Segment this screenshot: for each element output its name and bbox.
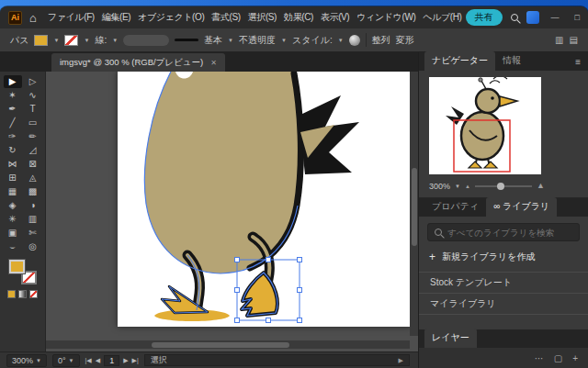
menu-view[interactable]: 表示(V) xyxy=(317,11,353,24)
slice-tool[interactable]: ✄ xyxy=(24,227,42,240)
layers-overflow-icon[interactable]: ⋯ xyxy=(535,353,544,363)
rectangle-tool[interactable]: ▭ xyxy=(24,117,42,129)
pen-tool[interactable]: ✒ xyxy=(4,103,22,116)
illustrator-app-icon[interactable]: Ai xyxy=(8,11,22,25)
brush-dropdown-icon[interactable]: ▼ xyxy=(228,38,233,43)
tab-info[interactable]: 情報 xyxy=(495,51,528,71)
stroke-weight-dropdown-icon[interactable]: ▼ xyxy=(112,38,118,43)
previous-artboard-icon[interactable]: ◀ xyxy=(96,357,100,364)
toolbar-fill-swatch[interactable] xyxy=(9,260,25,273)
horizontal-scrollbar[interactable] xyxy=(46,340,410,349)
gradient-tool[interactable]: ▩ xyxy=(24,185,42,198)
status-display[interactable]: 選択 ▶ xyxy=(144,354,410,366)
rotation-dropdown[interactable]: 0° ▼ xyxy=(52,354,80,367)
scale-tool[interactable]: ◿ xyxy=(24,144,42,157)
symbol-sprayer-tool[interactable]: ✳ xyxy=(4,213,22,226)
lasso-tool[interactable]: ∿ xyxy=(24,89,42,102)
share-button[interactable]: 共有 xyxy=(466,9,503,26)
panel-menu-icon[interactable]: ≡ xyxy=(575,57,581,67)
workspace-grid-icon-1[interactable]: ▥ xyxy=(555,35,563,45)
navigator-thumbnail[interactable] xyxy=(429,77,541,174)
menu-select[interactable]: 選択(S) xyxy=(244,11,280,24)
document-tab-close-icon[interactable]: ✕ xyxy=(210,59,217,67)
create-library-button[interactable]: + 新規ライブラリを作成 xyxy=(419,248,588,273)
tab-navigator[interactable]: ナビゲーター xyxy=(424,51,495,71)
next-artboard-icon[interactable]: ▶ xyxy=(123,357,128,364)
perspective-grid-tool[interactable]: ◬ xyxy=(24,172,42,184)
variable-width-field[interactable] xyxy=(123,35,169,46)
navigator-zoom-dropdown-icon[interactable]: ▼ xyxy=(455,184,460,189)
width-tool[interactable]: ⋈ xyxy=(4,158,22,171)
tab-layers[interactable]: レイヤー xyxy=(424,329,477,348)
vertical-scrollbar-thumb[interactable] xyxy=(412,168,417,246)
artboard-number-field[interactable]: 1 xyxy=(104,355,119,366)
type-tool[interactable]: T xyxy=(24,103,42,116)
navigator-zoom-value[interactable]: 300% xyxy=(429,182,450,191)
opacity-label[interactable]: 不透明度 xyxy=(239,34,276,47)
library-search-box[interactable] xyxy=(427,223,580,241)
fill-color-swatch[interactable] xyxy=(34,35,48,46)
blend-tool[interactable]: ◑ xyxy=(24,199,42,212)
zoom-in-mountain-icon[interactable]: ▲ xyxy=(537,182,545,190)
artboard[interactable] xyxy=(118,72,411,327)
navigator-zoom-slider-thumb[interactable] xyxy=(497,183,504,190)
line-segment-tool[interactable]: ╱ xyxy=(4,117,22,129)
paintbrush-tool[interactable]: ✑ xyxy=(4,130,22,143)
tab-properties[interactable]: プロパティ xyxy=(424,197,486,217)
menu-window[interactable]: ウィンドウ(W) xyxy=(353,11,419,24)
zoom-tool[interactable]: ◎ xyxy=(24,240,42,253)
menu-edit[interactable]: 編集(E) xyxy=(98,11,134,24)
zoom-dropdown-icon[interactable]: ▼ xyxy=(36,358,41,363)
eyedropper-tool[interactable]: ◈ xyxy=(4,199,22,212)
maximize-button[interactable]: □ xyxy=(571,13,583,22)
workspace-grid-icon-2[interactable]: ▤ xyxy=(570,35,578,45)
hand-tool[interactable]: ⌣ xyxy=(4,240,22,253)
artboard-tool[interactable]: ▣ xyxy=(4,227,22,240)
free-transform-tool[interactable]: ⊠ xyxy=(24,158,42,171)
library-item-stock-templates[interactable]: Stock テンプレート xyxy=(419,273,588,294)
document-tab[interactable]: imgsvg* @ 300 % (RGB/プレビュー) ✕ xyxy=(51,53,225,72)
library-item-my-library[interactable]: マイライブラリ xyxy=(419,294,588,315)
magic-wand-tool[interactable]: ✶ xyxy=(4,89,22,102)
rotate-tool[interactable]: ↻ xyxy=(4,144,22,157)
vertical-scrollbar[interactable] xyxy=(410,72,418,336)
align-button[interactable]: 整列 xyxy=(372,34,390,47)
recolor-artwork-icon[interactable] xyxy=(349,35,360,46)
stroke-color-swatch[interactable] xyxy=(64,35,78,46)
direct-selection-tool[interactable]: ▷ xyxy=(24,75,42,88)
fill-dropdown-icon[interactable]: ▼ xyxy=(53,38,59,43)
transform-button[interactable]: 変形 xyxy=(396,34,414,47)
color-mode-icon[interactable] xyxy=(7,290,16,298)
canvas-pasteboard[interactable] xyxy=(46,72,418,351)
menu-help[interactable]: ヘルプ(H) xyxy=(419,11,465,24)
zoom-out-mountain-icon[interactable]: ▲ xyxy=(465,184,470,189)
menu-file[interactable]: ファイル(F) xyxy=(44,11,98,24)
gradient-mode-icon[interactable] xyxy=(18,290,27,298)
none-mode-icon[interactable] xyxy=(29,290,38,298)
brush-definition-value[interactable]: 基本 xyxy=(204,34,222,47)
style-dropdown-icon[interactable]: ▼ xyxy=(338,38,344,43)
add-icon[interactable]: + xyxy=(572,353,578,363)
shape-builder-tool[interactable]: ⊞ xyxy=(4,172,22,184)
home-icon[interactable]: ⌂ xyxy=(29,12,37,24)
horizontal-scrollbar-thumb[interactable] xyxy=(152,342,289,348)
blue-app-icon[interactable] xyxy=(526,11,539,24)
menu-type[interactable]: 書式(S) xyxy=(208,11,243,24)
navigator-zoom-slider[interactable] xyxy=(475,185,532,187)
search-icon[interactable] xyxy=(511,14,518,21)
menu-object[interactable]: オブジェクト(O) xyxy=(134,11,208,24)
zoom-level-dropdown[interactable]: 300% ▼ xyxy=(6,354,47,367)
pencil-tool[interactable]: ✏ xyxy=(24,130,42,143)
first-artboard-icon[interactable]: |◀ xyxy=(85,357,92,364)
rotation-dropdown-icon[interactable]: ▼ xyxy=(69,358,74,363)
opacity-dropdown-icon[interactable]: ▼ xyxy=(281,38,287,43)
library-search-input[interactable] xyxy=(447,228,569,238)
artwork-bird[interactable] xyxy=(118,72,411,327)
selection-tool[interactable]: ▶ xyxy=(4,75,22,88)
tab-cc-libraries[interactable]: ∞ ライブラリ xyxy=(486,197,557,217)
graph-tool[interactable]: ▥ xyxy=(24,213,42,226)
menu-effect[interactable]: 効果(C) xyxy=(280,11,317,24)
minimize-button[interactable]: — xyxy=(548,13,563,22)
last-artboard-icon[interactable]: ▶| xyxy=(132,357,139,364)
status-flyout-icon[interactable]: ▶ xyxy=(399,357,403,364)
